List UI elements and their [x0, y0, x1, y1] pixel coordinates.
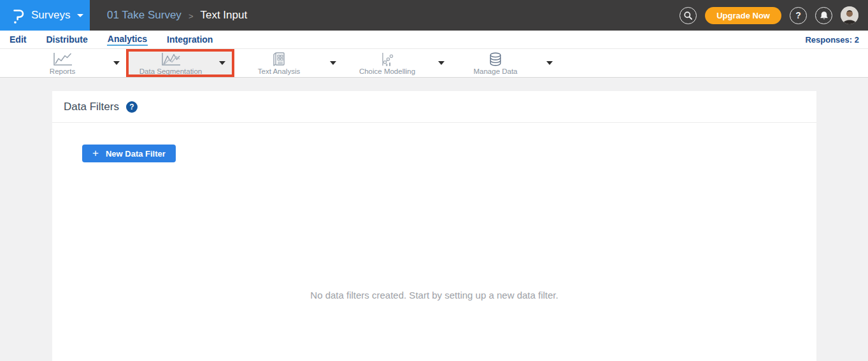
help-badge-icon[interactable]: ? — [126, 101, 138, 113]
document-grid-icon — [271, 52, 287, 67]
toolbar-unit-text-analysis: Text Analysis — [234, 49, 343, 77]
tab-edit[interactable]: Edit — [9, 34, 27, 45]
tab-integration[interactable]: Integration — [166, 34, 213, 45]
chevron-down-icon — [77, 14, 83, 17]
breadcrumb-current-page: Text Input — [200, 9, 247, 22]
card-header: Data Filters ? — [52, 91, 816, 123]
notifications-button[interactable] — [815, 7, 832, 24]
product-name: Surveys — [31, 9, 70, 22]
toolbar-unit-choice-modelling: Choice Modelling — [343, 49, 451, 77]
breadcrumb: 01 Take Survey > Text Input — [107, 0, 247, 31]
caret-down-icon — [113, 61, 120, 65]
search-icon — [683, 11, 693, 20]
choice-modelling-dropdown[interactable] — [432, 49, 451, 77]
page-title: Data Filters — [64, 101, 119, 113]
manage-data-dropdown[interactable] — [540, 49, 559, 77]
caret-down-icon — [330, 61, 336, 65]
topbar-actions: Upgrade Now ? — [679, 0, 868, 31]
analytics-toolbar: Reports Data Segmentation — [0, 48, 868, 78]
bell-icon — [820, 11, 829, 20]
help-icon: ? — [795, 10, 801, 20]
scatter-line-chart-icon — [379, 52, 395, 67]
text-analysis-button[interactable]: Text Analysis — [234, 49, 324, 77]
reports-dropdown[interactable] — [107, 49, 126, 77]
manage-data-button[interactable]: Manage Data — [451, 49, 540, 77]
upgrade-now-button[interactable]: Upgrade Now — [705, 7, 781, 24]
toolbar-unit-reports: Reports — [18, 49, 126, 77]
choice-modelling-label: Choice Modelling — [359, 67, 415, 75]
reports-label: Reports — [50, 67, 75, 75]
new-data-filter-label: New Data Filter — [106, 149, 166, 159]
line-chart-icon — [51, 52, 74, 67]
data-filters-card: Data Filters ? + New Data Filter No data… — [52, 91, 816, 361]
text-analysis-label: Text Analysis — [258, 67, 300, 75]
tab-analytics[interactable]: Analytics — [107, 33, 148, 46]
card-body: + New Data Filter No data filters create… — [52, 123, 816, 360]
product-switcher[interactable]: Surveys — [0, 0, 90, 31]
toolbar-unit-data-segmentation: Data Segmentation — [126, 49, 234, 77]
top-bar: Surveys 01 Take Survey > Text Input Upgr… — [0, 0, 868, 31]
plus-icon: + — [92, 148, 99, 159]
choice-modelling-button[interactable]: Choice Modelling — [343, 49, 432, 77]
breadcrumb-survey-link[interactable]: 01 Take Survey — [107, 9, 181, 22]
proprofs-p-icon — [11, 6, 25, 24]
help-button[interactable]: ? — [790, 7, 807, 24]
multi-line-chart-icon — [159, 52, 182, 67]
data-segmentation-dropdown[interactable] — [213, 52, 232, 74]
avatar[interactable] — [841, 6, 858, 24]
data-segmentation-button[interactable]: Data Segmentation — [129, 52, 213, 74]
tab-distribute[interactable]: Distribute — [45, 34, 88, 45]
caret-down-icon — [438, 61, 445, 65]
toolbar-unit-manage-data: Manage Data — [451, 49, 559, 77]
breadcrumb-separator: > — [189, 10, 194, 21]
responses-count[interactable]: Responses: 2 — [805, 35, 859, 45]
survey-tabs: Edit Distribute Analytics Integration Re… — [0, 31, 868, 48]
database-icon — [487, 52, 504, 67]
search-button[interactable] — [679, 7, 697, 24]
reports-button[interactable]: Reports — [18, 49, 107, 77]
text-analysis-dropdown[interactable] — [324, 49, 343, 77]
caret-down-icon — [219, 61, 225, 65]
page-content: Data Filters ? + New Data Filter No data… — [0, 78, 868, 361]
new-data-filter-button[interactable]: + New Data Filter — [82, 145, 176, 162]
manage-data-label: Manage Data — [473, 67, 517, 75]
empty-state-message: No data filters created. Start by settin… — [52, 290, 816, 301]
data-segmentation-label: Data Segmentation — [139, 67, 202, 75]
caret-down-icon — [546, 61, 553, 65]
